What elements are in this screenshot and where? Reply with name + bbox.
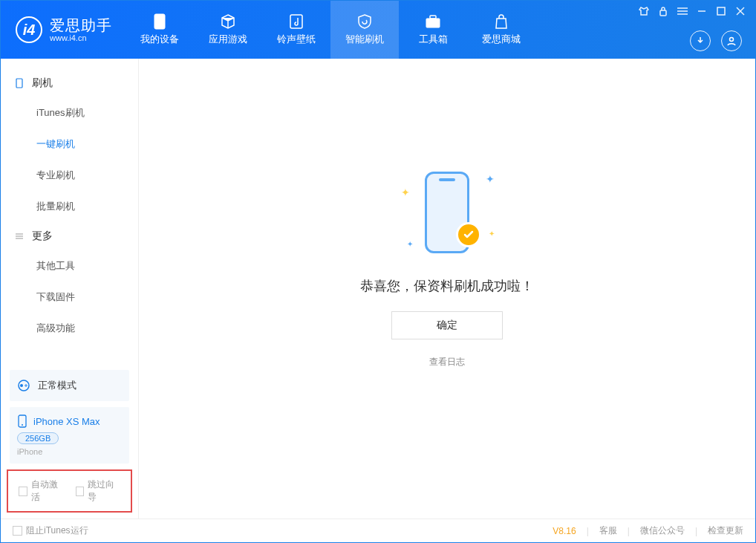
download-button[interactable]: [690, 30, 711, 51]
sidebar-item-download-firmware[interactable]: 下载固件: [1, 282, 138, 313]
svg-rect-13: [16, 79, 22, 88]
svg-rect-3: [430, 16, 436, 19]
app-header: i4 爱思助手 www.i4.cn 我的设备 应用游戏 铃声壁纸 智能刷机 工具…: [1, 1, 755, 59]
sparkle-icon: ✦: [407, 240, 413, 246]
sparkle-icon: ✦: [489, 230, 495, 235]
sidebar: 刷机 iTunes刷机 一键刷机 专业刷机 批量刷机 更多 其他工具 下载固件 …: [1, 59, 139, 518]
tab-label: 我的设备: [140, 33, 179, 46]
app-subtitle: www.i4.cn: [50, 33, 112, 42]
highlighted-checkbox-row: 自动激活 跳过向导: [7, 469, 132, 513]
maximize-button[interactable]: [715, 5, 727, 17]
logo-area: i4 爱思助手 www.i4.cn: [1, 1, 126, 59]
tab-label: 爱思商城: [482, 33, 521, 46]
sidebar-item-itunes-flash[interactable]: iTunes刷机: [1, 97, 138, 129]
sparkle-icon: ✦: [486, 173, 492, 179]
checkbox-icon: [19, 487, 27, 496]
main-content: ✦ ✦ ✦ ✦ 恭喜您，保资料刷机成功啦！ 确定 查看日志: [139, 59, 755, 518]
svg-point-12: [730, 38, 734, 42]
sidebar-item-batch-flash[interactable]: 批量刷机: [1, 191, 138, 222]
status-icon: [17, 379, 30, 392]
tab-apps-games[interactable]: 应用游戏: [194, 1, 262, 59]
svg-rect-9: [717, 7, 725, 15]
user-button[interactable]: [721, 30, 742, 51]
device-name: iPhone XS Max: [33, 416, 100, 427]
device-type: iPhone: [17, 447, 122, 456]
group-title: 刷机: [32, 77, 53, 90]
separator: |: [628, 526, 630, 536]
footer: 阻止iTunes运行 V8.16 | 客服 | 微信公众号 | 检查更新: [1, 518, 755, 542]
success-message: 恭喜您，保资料刷机成功啦！: [360, 277, 534, 295]
ok-button[interactable]: 确定: [391, 311, 503, 339]
tab-label: 应用游戏: [209, 33, 247, 46]
body-area: 刷机 iTunes刷机 一键刷机 专业刷机 批量刷机 更多 其他工具 下载固件 …: [1, 59, 755, 518]
sidebar-item-pro-flash[interactable]: 专业刷机: [1, 160, 138, 191]
sparkle-icon: ✦: [401, 186, 407, 192]
menu-icon[interactable]: [677, 5, 688, 17]
sidebar-group-more: 更多: [1, 222, 138, 250]
view-log-link[interactable]: 查看日志: [429, 356, 465, 368]
svg-point-19: [25, 385, 27, 386]
tab-ringtones-wallpapers[interactable]: 铃声壁纸: [262, 1, 330, 59]
customer-service-link[interactable]: 客服: [599, 524, 617, 537]
wechat-link[interactable]: 微信公众号: [640, 524, 685, 537]
svg-rect-0: [154, 14, 165, 29]
shield-refresh-icon: [356, 13, 373, 30]
sidebar-item-oneclick-flash[interactable]: 一键刷机: [1, 129, 138, 160]
checkbox-label: 阻止iTunes运行: [26, 524, 88, 537]
svg-point-21: [22, 424, 23, 426]
sidebar-item-advanced[interactable]: 高级功能: [1, 313, 138, 344]
sidebar-group-flash: 刷机: [1, 69, 138, 97]
svg-point-18: [20, 384, 23, 387]
separator: |: [587, 526, 589, 536]
checkbox-icon: [13, 526, 22, 536]
header-action-circles: [690, 30, 742, 51]
nav-tabs: 我的设备 应用游戏 铃声壁纸 智能刷机 工具箱 爱思商城: [126, 1, 535, 59]
version-label: V8.16: [553, 526, 576, 536]
checkbox-label: 自动激活: [31, 478, 64, 504]
svg-rect-1: [290, 15, 302, 28]
success-illustration: ✦ ✦ ✦ ✦: [388, 164, 506, 261]
group-title: 更多: [32, 230, 53, 243]
device-storage-badge: 256GB: [17, 432, 59, 444]
separator: |: [695, 526, 697, 536]
tab-my-device[interactable]: 我的设备: [126, 1, 194, 59]
svg-rect-4: [660, 10, 666, 16]
list-icon: [14, 231, 25, 241]
cube-icon: [220, 13, 236, 30]
check-update-link[interactable]: 检查更新: [708, 524, 743, 537]
tab-label: 工具箱: [419, 33, 448, 46]
music-note-icon: [288, 13, 304, 30]
shirt-icon[interactable]: [638, 5, 650, 17]
status-card[interactable]: 正常模式: [10, 370, 129, 401]
minimize-button[interactable]: [696, 5, 708, 17]
tab-store[interactable]: 爱思商城: [467, 1, 535, 59]
checkbox-skip-guide[interactable]: 跳过向导: [76, 478, 121, 504]
tab-toolbox[interactable]: 工具箱: [399, 1, 467, 59]
device-icon: [14, 78, 25, 88]
checkmark-badge-icon: [456, 222, 481, 247]
checkbox-label: 跳过向导: [88, 478, 120, 504]
lock-icon[interactable]: [657, 5, 669, 17]
tab-label: 铃声壁纸: [277, 33, 316, 46]
window-controls: [638, 5, 746, 17]
bag-icon: [493, 13, 509, 30]
checkbox-icon: [76, 487, 85, 496]
status-mode: 正常模式: [38, 379, 76, 392]
tab-smart-flash[interactable]: 智能刷机: [330, 1, 399, 59]
checkbox-block-itunes[interactable]: 阻止iTunes运行: [13, 524, 88, 537]
app-title: 爱思助手: [50, 17, 112, 33]
close-button[interactable]: [734, 5, 746, 17]
sidebar-item-other-tools[interactable]: 其他工具: [1, 250, 138, 282]
checkbox-auto-activate[interactable]: 自动激活: [19, 478, 64, 504]
logo-icon: i4: [16, 16, 42, 43]
toolbox-icon: [425, 13, 441, 30]
device-icon: [17, 414, 27, 428]
device-card[interactable]: iPhone XS Max 256GB iPhone: [10, 407, 129, 464]
phone-icon: [151, 13, 168, 30]
svg-rect-2: [426, 19, 440, 27]
footer-right: V8.16 | 客服 | 微信公众号 | 检查更新: [553, 524, 743, 537]
tab-label: 智能刷机: [345, 33, 384, 46]
